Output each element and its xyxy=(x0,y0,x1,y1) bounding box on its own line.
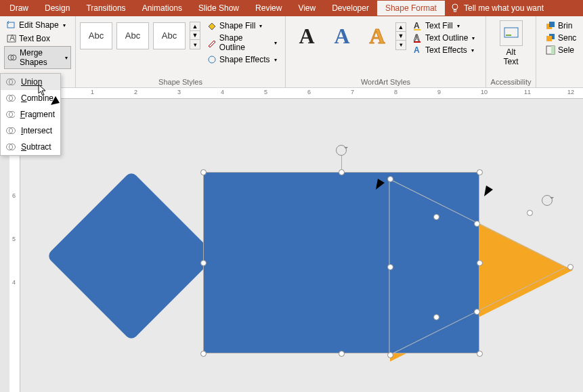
wordart-preset-3[interactable]: A xyxy=(360,20,394,51)
bring-forward-button[interactable]: Brin xyxy=(544,20,578,31)
text-effects-label: Text Effects xyxy=(425,45,467,55)
chevron-down-icon: ▾ xyxy=(457,23,460,29)
resize-handle[interactable] xyxy=(527,210,533,216)
send-backward-icon xyxy=(546,33,555,43)
text-fill-label: Text Fill xyxy=(425,21,453,30)
resize-handle[interactable] xyxy=(200,169,207,175)
resize-handle[interactable] xyxy=(474,309,480,315)
annotation-arrow xyxy=(366,115,413,196)
gallery-up-icon: ▲ xyxy=(396,23,406,32)
style-preset-1[interactable]: Abc xyxy=(80,22,112,49)
bring-forward-label: Brin xyxy=(558,21,572,30)
selection-pane-label: Sele xyxy=(558,45,574,55)
style-gallery-more[interactable]: ▲ ▼ ▾ xyxy=(190,22,200,49)
shape-effects-button[interactable]: Shape Effects▾ xyxy=(206,54,278,65)
rotation-handle[interactable] xyxy=(336,145,347,156)
group-accessibility: Alt Text Accessibility xyxy=(486,16,536,87)
menu-subtract[interactable]: Subtract xyxy=(1,139,60,155)
resize-handle[interactable] xyxy=(387,264,393,270)
tab-design[interactable]: Design xyxy=(37,1,78,16)
shape-diamond[interactable] xyxy=(46,171,217,341)
merge-shapes-button[interactable]: Merge Shapes▾ xyxy=(4,46,71,69)
menu-intersect[interactable]: Intersect xyxy=(1,123,60,139)
fragment-icon xyxy=(6,110,15,119)
wordart-preset-1[interactable]: A xyxy=(290,20,324,51)
shape-rectangle[interactable] xyxy=(203,172,479,353)
text-outline-button[interactable]: A Text Outline▾ xyxy=(412,32,476,43)
svg-rect-11 xyxy=(414,41,420,43)
arrange-group-label xyxy=(540,86,573,87)
annotation-arrow xyxy=(41,74,102,115)
resize-handle[interactable] xyxy=(433,314,439,320)
union-icon xyxy=(6,77,16,87)
chevron-down-icon: ▾ xyxy=(274,40,277,46)
tab-animations[interactable]: Animations xyxy=(134,1,190,16)
tell-me[interactable]: Tell me what you want xyxy=(450,3,544,13)
group-arrange: Brin Senc Sele xyxy=(536,16,577,87)
edit-shape-button[interactable]: Edit Shape▾ xyxy=(4,19,71,31)
chevron-down-icon: ▾ xyxy=(65,55,68,61)
tab-view[interactable]: View xyxy=(290,1,324,16)
tab-transitions[interactable]: Transitions xyxy=(78,1,133,16)
shape-styles-group-label: Shape Styles xyxy=(80,78,281,87)
shape-fill-button[interactable]: Shape Fill▾ xyxy=(206,20,278,31)
tab-shape-format[interactable]: Shape Format xyxy=(377,1,445,16)
wordart-preset-2[interactable]: A xyxy=(325,20,359,51)
tab-slideshow[interactable]: Slide Show xyxy=(190,1,247,16)
resize-handle[interactable] xyxy=(387,352,393,358)
subtract-icon xyxy=(6,142,16,152)
group-shape-styles: Abc Abc Abc ▲ ▼ ▾ Shape Fill▾ Shape Outl… xyxy=(76,16,286,87)
pen-icon xyxy=(207,38,217,47)
text-box-label: Text Box xyxy=(19,34,50,43)
merge-shapes-icon xyxy=(7,53,17,62)
resize-handle[interactable] xyxy=(477,351,483,357)
merge-shapes-label: Merge Shapes xyxy=(20,48,61,67)
resize-handle[interactable] xyxy=(339,351,345,357)
tab-draw[interactable]: Draw xyxy=(1,1,37,16)
tab-bar: Draw Design Transitions Animations Slide… xyxy=(0,0,583,16)
gallery-down-icon: ▼ xyxy=(190,31,200,40)
gallery-up-icon: ▲ xyxy=(190,22,200,31)
bring-forward-icon xyxy=(546,21,555,30)
chevron-down-icon: ▾ xyxy=(472,35,475,41)
svg-text:A: A xyxy=(414,21,420,30)
svg-text:A: A xyxy=(9,34,15,43)
resize-handle[interactable] xyxy=(200,351,207,357)
text-outline-label: Text Outline xyxy=(425,33,468,43)
text-effects-button[interactable]: A Text Effects▾ xyxy=(412,45,476,56)
send-backward-button[interactable]: Senc xyxy=(544,32,578,43)
style-preset-3[interactable]: Abc xyxy=(153,22,186,49)
resize-handle[interactable] xyxy=(567,264,574,270)
wordart-gallery-more[interactable]: ▲ ▼ ▾ xyxy=(395,22,406,50)
gallery-more-icon: ▾ xyxy=(190,40,200,49)
shape-effects-label: Shape Effects xyxy=(219,55,270,64)
cursor-icon xyxy=(38,84,49,97)
resize-handle[interactable] xyxy=(339,169,345,175)
horizontal-ruler[interactable]: 0123456789101112 xyxy=(20,88,583,99)
text-fill-button[interactable]: A Text Fill▾ xyxy=(412,20,476,31)
text-effects-icon: A xyxy=(413,45,423,55)
svg-marker-37 xyxy=(484,186,493,196)
rotation-handle[interactable] xyxy=(542,195,553,206)
style-preset-2[interactable]: Abc xyxy=(116,22,149,49)
gallery-more-icon: ▾ xyxy=(396,41,406,49)
effects-icon xyxy=(207,55,217,64)
svg-point-7 xyxy=(209,56,215,63)
edit-shape-icon xyxy=(7,20,16,30)
lightbulb-icon xyxy=(450,3,460,13)
chevron-down-icon: ▾ xyxy=(274,57,277,63)
tab-review[interactable]: Review xyxy=(247,1,290,16)
alt-text-button[interactable]: Alt Text xyxy=(494,18,528,69)
resize-handle[interactable] xyxy=(433,214,439,220)
chevron-down-icon: ▾ xyxy=(259,23,262,29)
resize-handle[interactable] xyxy=(477,260,483,266)
resize-handle[interactable] xyxy=(474,221,480,227)
tab-developer[interactable]: Developer xyxy=(324,1,377,16)
combine-icon xyxy=(6,93,16,103)
text-box-button[interactable]: A Text Box xyxy=(4,32,71,45)
selection-pane-button[interactable]: Sele xyxy=(544,45,578,56)
resize-handle[interactable] xyxy=(200,260,207,266)
shape-outline-button[interactable]: Shape Outline▾ xyxy=(206,32,278,53)
bucket-icon xyxy=(207,21,217,30)
chevron-down-icon: ▾ xyxy=(63,22,66,28)
